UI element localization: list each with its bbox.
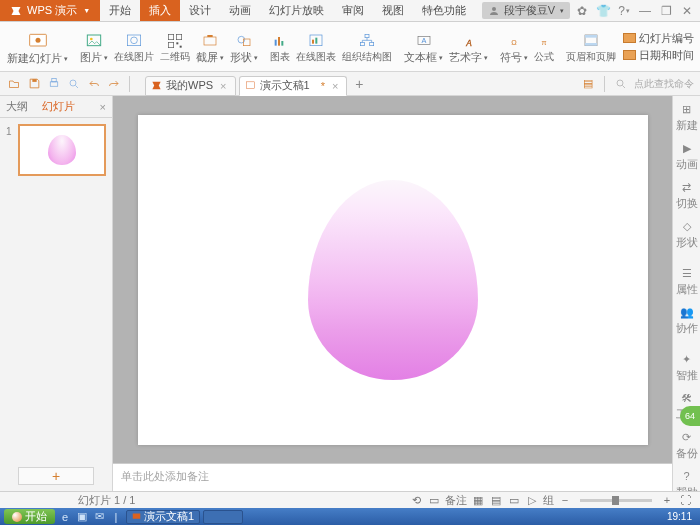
tab-close-icon[interactable]: ×: [220, 80, 226, 92]
menu-animation[interactable]: 动画: [220, 0, 260, 21]
ribbon-header-footer[interactable]: 页眉和页脚: [563, 31, 619, 62]
qat-save-icon[interactable]: [26, 76, 42, 92]
taskbar-app-b[interactable]: [203, 510, 243, 524]
qat-preview-icon[interactable]: [66, 76, 82, 92]
start-button[interactable]: 开始: [4, 509, 55, 524]
minimize-button[interactable]: —: [636, 2, 654, 20]
outline-tab-outline[interactable]: 大纲: [6, 99, 28, 114]
ribbon-new-slide[interactable]: 新建幻灯片▾: [4, 30, 71, 64]
status-reset-icon[interactable]: ⟲: [409, 493, 423, 507]
zoom-fit-icon[interactable]: ⛶: [678, 493, 692, 507]
svg-text:π: π: [541, 38, 546, 47]
rpane-properties[interactable]: ☰属性: [676, 266, 698, 297]
ribbon-image[interactable]: 图片▾: [77, 31, 111, 63]
tab-add-button[interactable]: +: [350, 75, 368, 93]
menu-slideshow[interactable]: 幻灯片放映: [260, 0, 333, 21]
skin-icon[interactable]: ✿: [573, 2, 591, 20]
green-badge[interactable]: 64: [680, 406, 700, 426]
doc-tab-presentation[interactable]: 演示文稿1 *×: [239, 76, 348, 96]
menu-insert[interactable]: 插入: [140, 0, 180, 21]
zoom-in-icon[interactable]: +: [660, 493, 674, 507]
zoom-slider[interactable]: [580, 499, 652, 502]
status-notes-icon[interactable]: ▭: [427, 493, 441, 507]
main-menu: 开始 插入 设计 动画 幻灯片放映 审阅 视图 特色功能: [100, 0, 475, 21]
zoom-knob[interactable]: [612, 496, 619, 505]
svg-rect-32: [32, 79, 36, 82]
taskbar-clock[interactable]: 19:11: [667, 511, 696, 522]
app-badge: WPS 演示 ▼: [0, 0, 100, 21]
ribbon-textbox[interactable]: A文本框▾: [401, 31, 446, 63]
ribbon-equation[interactable]: π公式: [531, 31, 557, 62]
tshirt-icon[interactable]: 👕: [594, 2, 612, 20]
search-icon[interactable]: [613, 76, 629, 92]
notes-placeholder: 单击此处添加备注: [121, 470, 209, 482]
close-button[interactable]: ✕: [678, 2, 696, 20]
status-view-sorter-icon[interactable]: ▤: [489, 493, 503, 507]
ribbon-qrcode[interactable]: 二维码: [157, 31, 193, 62]
user-icon: [488, 5, 500, 17]
ribbon-chart[interactable]: 图表: [267, 31, 293, 62]
ribbon-shapes[interactable]: 形状▾: [227, 31, 261, 63]
zoom-out-icon[interactable]: −: [558, 493, 572, 507]
ribbon-wordart[interactable]: A艺术字▾: [446, 31, 491, 63]
status-view-reading-icon[interactable]: ▭: [507, 493, 521, 507]
app-menu-caret-icon[interactable]: ▼: [83, 7, 90, 14]
start-orb-icon: [12, 512, 22, 522]
svg-text:Ω: Ω: [511, 38, 517, 47]
svg-rect-15: [275, 40, 277, 46]
svg-point-2: [35, 37, 40, 42]
add-slide-button[interactable]: +: [18, 467, 94, 485]
outline-tabs: 大纲 幻灯片 ×: [0, 96, 112, 118]
ribbon-screenshot[interactable]: 截屏▾: [193, 31, 227, 63]
ribbon-date-time[interactable]: 日期和时间 附件: [623, 48, 700, 63]
taskbar-ie-icon[interactable]: e: [58, 510, 72, 524]
ribbon-slide-number[interactable]: 幻灯片编号 对象: [623, 31, 700, 46]
egg-shape[interactable]: [308, 180, 478, 380]
maximize-button[interactable]: ❐: [657, 2, 675, 20]
taskbar-mail-icon[interactable]: ✉: [92, 510, 106, 524]
outline-close-icon[interactable]: ×: [100, 101, 106, 113]
slide-canvas[interactable]: [138, 115, 648, 445]
rpane-animation[interactable]: ▶动画: [676, 141, 698, 172]
ribbon-org-chart[interactable]: 组织结构图: [339, 31, 395, 62]
svg-rect-7: [168, 34, 173, 39]
rpane-transition[interactable]: ⇄切换: [676, 180, 698, 211]
ribbon-symbol[interactable]: Ω符号▾: [497, 31, 531, 63]
outline-tab-slides[interactable]: 幻灯片: [42, 99, 75, 114]
help-icon[interactable]: ?▾: [615, 2, 633, 20]
qat-redo-icon[interactable]: [106, 76, 122, 92]
rpane-shape[interactable]: ◇形状: [676, 219, 698, 250]
taskbar-app-wps[interactable]: 演示文稿1: [126, 510, 200, 524]
windows-taskbar: 开始 e ▣ ✉ | 演示文稿1 19:11: [0, 508, 700, 525]
canvas-area[interactable]: [113, 96, 672, 463]
tab-close-icon[interactable]: ×: [332, 80, 338, 92]
user-chip[interactable]: 段宇俊豆V▾: [482, 2, 570, 19]
menu-start[interactable]: 开始: [100, 0, 140, 21]
qat-print-icon[interactable]: [46, 76, 62, 92]
menu-review[interactable]: 审阅: [333, 0, 373, 21]
doc-tab-mywps[interactable]: 我的WPS×: [145, 76, 236, 96]
menu-design[interactable]: 设计: [180, 0, 220, 21]
menu-view[interactable]: 视图: [373, 0, 413, 21]
taskbar-folder-icon[interactable]: ▣: [75, 510, 89, 524]
qat-docs-icon[interactable]: ▤: [580, 76, 596, 92]
rpane-new[interactable]: ⊞新建: [676, 102, 698, 133]
ribbon: 新建幻灯片▾ 图片▾ 在线图片 二维码 截屏▾ 形状▾ 图表 在线图表 组织结构…: [0, 22, 700, 72]
qat-open-icon[interactable]: [6, 76, 22, 92]
app-name: WPS 演示: [27, 3, 77, 18]
slide-thumbnail[interactable]: [18, 124, 106, 176]
status-view-normal-icon[interactable]: ▦: [471, 493, 485, 507]
ribbon-online-image[interactable]: 在线图片: [111, 31, 157, 62]
notes-panel[interactable]: 单击此处添加备注: [113, 463, 672, 491]
status-notes-label[interactable]: 备注: [445, 493, 467, 508]
rpane-smart[interactable]: ✦智推: [676, 352, 698, 383]
svg-rect-17: [281, 41, 283, 46]
status-view-slideshow-icon[interactable]: ▷: [525, 493, 539, 507]
svg-rect-9: [168, 42, 173, 47]
menu-features[interactable]: 特色功能: [413, 0, 475, 21]
ribbon-online-chart[interactable]: 在线图表: [293, 31, 339, 62]
qat-undo-icon[interactable]: [86, 76, 102, 92]
rpane-backup[interactable]: ⟳备份: [676, 430, 698, 461]
search-placeholder[interactable]: 点此查找命令: [634, 77, 694, 91]
rpane-collab[interactable]: 👥协作: [676, 305, 698, 336]
